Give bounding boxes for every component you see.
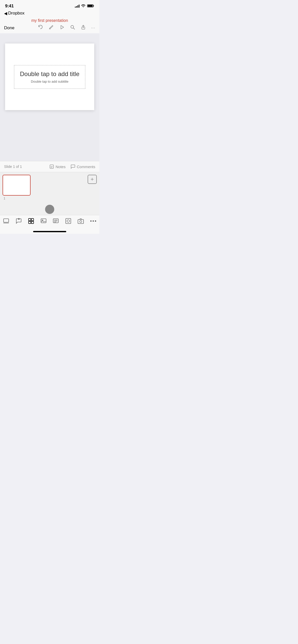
notes-button[interactable]: Notes <box>49 164 65 169</box>
done-button[interactable]: Done <box>4 25 15 31</box>
image-tool-button[interactable] <box>40 218 47 224</box>
share-button[interactable] <box>80 24 86 31</box>
bottom-toolbar <box>0 215 99 229</box>
more-button[interactable]: ··· <box>91 26 95 30</box>
svg-point-32 <box>95 221 96 222</box>
svg-rect-12 <box>4 219 9 222</box>
nav-bar: ◀ Dropbox <box>0 10 99 18</box>
bottom-info-bar: Slide 1 of 1 Notes Comments <box>0 161 99 172</box>
undo-button[interactable] <box>38 24 43 31</box>
scroll-handle[interactable] <box>45 205 54 214</box>
svg-rect-18 <box>29 221 31 224</box>
scroll-indicator <box>0 203 99 215</box>
status-icons <box>75 4 94 8</box>
add-comment-button[interactable] <box>15 218 22 224</box>
svg-rect-20 <box>41 219 46 223</box>
toolbar: Done <box>4 24 95 31</box>
svg-rect-16 <box>29 218 31 221</box>
list-tool-button[interactable] <box>52 218 59 224</box>
slide-text-area[interactable]: Double tap to add title Double tap to ad… <box>14 65 85 89</box>
slide-canvas[interactable]: Double tap to add title Double tap to ad… <box>5 43 94 110</box>
annotate-button[interactable] <box>48 24 54 31</box>
thumbnail-strip: 1 + <box>0 172 99 203</box>
svg-rect-26 <box>66 218 71 224</box>
slide-counter: Slide 1 of 1 <box>4 165 22 169</box>
slide-subtitle-placeholder[interactable]: Double tap to add subtitle <box>31 80 68 83</box>
back-arrow-icon: ◀ <box>4 11 7 16</box>
status-time: 9:41 <box>5 4 14 9</box>
notes-label: Notes <box>56 165 65 169</box>
slide-title-placeholder[interactable]: Double tap to add title <box>20 70 79 78</box>
back-button[interactable]: ◀ Dropbox <box>4 11 95 16</box>
svg-point-5 <box>71 25 74 28</box>
status-bar: 9:41 <box>0 0 99 10</box>
back-label: Dropbox <box>8 11 24 16</box>
svg-point-29 <box>80 221 82 223</box>
svg-point-30 <box>90 221 91 222</box>
svg-rect-17 <box>31 218 34 221</box>
battery-icon <box>87 4 94 8</box>
toolbar-icons: ··· <box>38 24 95 31</box>
presentation-title[interactable]: my first presentation <box>31 18 68 23</box>
title-bar: my first presentation Done <box>0 18 99 33</box>
main-area: Double tap to add title Double tap to ad… <box>0 33 99 161</box>
svg-rect-2 <box>88 5 93 7</box>
more-tools-button[interactable] <box>90 220 97 222</box>
wifi-icon <box>81 4 86 8</box>
camera-tool-button[interactable] <box>77 218 84 224</box>
slide-number-1: 1 <box>4 197 5 200</box>
home-indicator <box>0 229 99 234</box>
shapes-tool-button[interactable] <box>65 218 72 224</box>
bottom-actions: Notes Comments <box>49 164 95 169</box>
svg-point-27 <box>67 220 70 222</box>
add-slide-button[interactable]: + <box>88 175 97 184</box>
below-slide-area <box>0 110 99 161</box>
svg-rect-19 <box>31 221 34 224</box>
svg-marker-4 <box>61 25 64 29</box>
slide-thumbnail-1[interactable] <box>3 175 31 196</box>
svg-point-31 <box>92 221 94 222</box>
comments-label: Comments <box>77 165 95 169</box>
slides-tool-button[interactable] <box>3 218 9 224</box>
search-button[interactable] <box>70 24 75 31</box>
svg-rect-28 <box>78 219 84 224</box>
slide-thumbnail-wrapper: 1 <box>3 175 31 196</box>
home-bar <box>33 231 66 232</box>
play-button[interactable] <box>59 24 65 31</box>
signal-icon <box>75 5 79 8</box>
comments-button[interactable]: Comments <box>71 164 95 169</box>
svg-rect-1 <box>93 5 94 6</box>
svg-line-6 <box>73 28 75 29</box>
grid-tool-button[interactable] <box>28 218 34 224</box>
